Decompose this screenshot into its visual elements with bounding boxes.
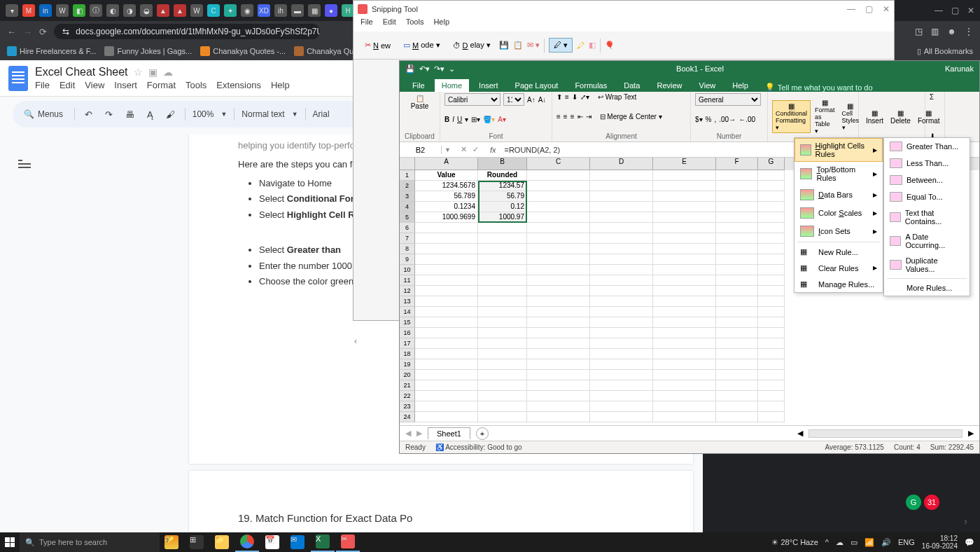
cell[interactable]: [653, 391, 716, 401]
cell[interactable]: [527, 233, 590, 244]
font-size-select[interactable]: 11: [503, 93, 524, 106]
cell[interactable]: [527, 380, 590, 391]
cell[interactable]: [653, 370, 716, 380]
row-header[interactable]: 2: [400, 181, 415, 191]
cf-manage-rules[interactable]: ▦Manage Rules...: [794, 276, 883, 292]
tab-generic[interactable]: ⓘ: [90, 4, 102, 17]
row-header[interactable]: 7: [400, 233, 415, 244]
cell[interactable]: [527, 265, 590, 275]
cell[interactable]: [527, 181, 590, 191]
cell[interactable]: [590, 370, 653, 380]
cell[interactable]: [758, 275, 785, 286]
row-header[interactable]: 8: [400, 244, 415, 254]
cell[interactable]: [527, 307, 590, 317]
increase-indent-icon[interactable]: ⇥: [586, 113, 592, 120]
cell[interactable]: [527, 223, 590, 233]
decrease-decimal-icon[interactable]: ←.00: [738, 116, 755, 123]
weather-widget[interactable]: ☀ 28°C Haze: [771, 538, 818, 547]
comma-icon[interactable]: ,: [714, 116, 716, 123]
cell[interactable]: [527, 296, 590, 307]
all-bookmarks-button[interactable]: ▯ All Bookmarks: [917, 47, 973, 56]
tab-formulas[interactable]: Formulas: [568, 79, 614, 92]
cell[interactable]: [590, 317, 653, 328]
cell[interactable]: [758, 191, 785, 202]
cell[interactable]: [716, 307, 758, 317]
cell[interactable]: [527, 170, 590, 181]
battery-icon[interactable]: ▭: [850, 538, 858, 547]
cell[interactable]: [478, 223, 527, 233]
back-icon[interactable]: ←: [7, 27, 16, 37]
align-bottom-icon[interactable]: ⬇: [572, 93, 578, 101]
tab-data[interactable]: Data: [617, 79, 647, 92]
tab-home[interactable]: Home: [435, 79, 469, 92]
cell[interactable]: [653, 244, 716, 254]
cell[interactable]: [415, 307, 478, 317]
row-header[interactable]: 22: [400, 391, 415, 401]
row-header[interactable]: 19: [400, 359, 415, 370]
page-nav-left-icon[interactable]: ‹: [354, 336, 357, 346]
task-view-icon[interactable]: ⊞: [185, 532, 209, 552]
cf-between[interactable]: Between...: [884, 172, 969, 188]
cell[interactable]: [716, 286, 758, 296]
eraser-icon[interactable]: ◧: [589, 41, 596, 50]
cell[interactable]: [716, 359, 758, 370]
menu-extensions[interactable]: Extensions: [216, 80, 261, 90]
clock[interactable]: 18:12 16-09-2024: [922, 534, 958, 550]
cell[interactable]: [590, 380, 653, 391]
cell[interactable]: [716, 223, 758, 233]
cell[interactable]: [758, 296, 785, 307]
tab-view[interactable]: View: [692, 79, 723, 92]
name-box[interactable]: B2: [400, 146, 442, 154]
address-bar[interactable]: ⇆ docs.google.com/document/d/1tMhMxN9-gu…: [54, 24, 320, 39]
cell[interactable]: [478, 370, 527, 380]
snip-new-button[interactable]: ✂ NNewew: [360, 39, 395, 52]
cell[interactable]: [415, 359, 478, 370]
cell[interactable]: [758, 359, 785, 370]
cell[interactable]: [653, 191, 716, 202]
cell[interactable]: [415, 349, 478, 359]
qat-customize-icon[interactable]: ⌄: [449, 64, 455, 74]
cell[interactable]: [716, 265, 758, 275]
cell[interactable]: [590, 212, 653, 223]
cell[interactable]: [590, 244, 653, 254]
cell[interactable]: [758, 212, 785, 223]
cell[interactable]: [653, 317, 716, 328]
row-header[interactable]: 16: [400, 328, 415, 338]
send-icon[interactable]: ✉ ▾: [527, 41, 540, 50]
cell[interactable]: [590, 265, 653, 275]
cell[interactable]: [415, 380, 478, 391]
row-header[interactable]: 17: [400, 338, 415, 349]
tab-pdf[interactable]: ▲: [174, 4, 186, 17]
col-header-g[interactable]: G: [758, 158, 785, 170]
undo-icon[interactable]: ↶: [82, 108, 95, 121]
chrome-icon[interactable]: [235, 532, 259, 552]
cell[interactable]: [415, 275, 478, 286]
tell-me-search[interactable]: 💡 Tell me what you want to do: [765, 83, 873, 92]
cell[interactable]: [758, 233, 785, 244]
tab-generic[interactable]: ●: [325, 4, 337, 17]
cell[interactable]: [653, 401, 716, 412]
tab-generic[interactable]: W: [190, 4, 203, 17]
reload-icon[interactable]: ⟳: [39, 27, 47, 37]
close-icon[interactable]: ✕: [883, 4, 890, 14]
extension-icon[interactable]: ◳: [915, 27, 923, 36]
menu-edit[interactable]: Edit: [59, 80, 75, 90]
row-header[interactable]: 1: [400, 170, 415, 181]
row-header[interactable]: 18: [400, 349, 415, 359]
row-header[interactable]: 9: [400, 254, 415, 265]
tab-generic[interactable]: C: [207, 4, 220, 17]
cell[interactable]: [590, 307, 653, 317]
cell[interactable]: [527, 254, 590, 265]
tab-generic[interactable]: XD: [258, 4, 270, 17]
cell[interactable]: [590, 275, 653, 286]
col-header-a[interactable]: A: [415, 158, 478, 170]
tab-generic[interactable]: ▬: [291, 4, 304, 17]
cell[interactable]: [415, 296, 478, 307]
cell[interactable]: [478, 307, 527, 317]
cell[interactable]: [653, 380, 716, 391]
cell[interactable]: [590, 359, 653, 370]
grammarly-icon[interactable]: G: [906, 495, 921, 510]
snip-menu-help[interactable]: Help: [433, 18, 449, 32]
notification-badge-icon[interactable]: 31: [924, 495, 939, 510]
snip-mode-button[interactable]: ▭ Mode ▾: [399, 39, 444, 52]
